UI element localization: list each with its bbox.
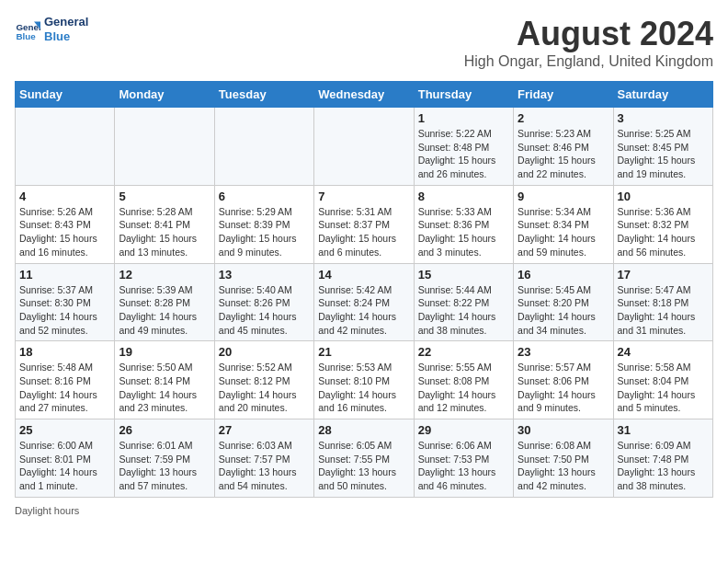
calendar-cell: 18Sunrise: 5:48 AM Sunset: 8:16 PM Dayli…	[16, 341, 115, 419]
day-number: 17	[618, 268, 709, 282]
day-number: 31	[618, 423, 709, 437]
day-number: 2	[518, 111, 609, 125]
calendar-cell	[314, 108, 414, 186]
day-number: 8	[418, 190, 509, 203]
day-info: Sunrise: 5:26 AM Sunset: 8:43 PM Dayligh…	[19, 205, 110, 259]
day-info: Sunrise: 5:48 AM Sunset: 8:16 PM Dayligh…	[19, 361, 110, 415]
day-number: 29	[418, 423, 509, 437]
day-number: 12	[119, 268, 210, 282]
day-info: Sunrise: 5:39 AM Sunset: 8:28 PM Dayligh…	[119, 283, 210, 338]
day-info: Sunrise: 5:50 AM Sunset: 8:14 PM Dayligh…	[119, 361, 210, 415]
calendar-cell: 2Sunrise: 5:23 AM Sunset: 8:46 PM Daylig…	[514, 108, 613, 186]
day-number: 23	[518, 345, 609, 359]
calendar-cell: 13Sunrise: 5:40 AM Sunset: 8:26 PM Dayli…	[214, 263, 313, 341]
calendar-cell: 5Sunrise: 5:28 AM Sunset: 8:41 PM Daylig…	[115, 185, 214, 263]
calendar-cell: 16Sunrise: 5:45 AM Sunset: 8:20 PM Dayli…	[514, 263, 613, 341]
day-number: 28	[318, 423, 409, 437]
day-info: Sunrise: 5:58 AM Sunset: 8:04 PM Dayligh…	[618, 361, 709, 415]
calendar-cell: 22Sunrise: 5:55 AM Sunset: 8:08 PM Dayli…	[414, 341, 513, 419]
calendar-cell: 6Sunrise: 5:29 AM Sunset: 8:39 PM Daylig…	[214, 185, 313, 263]
svg-text:Blue: Blue	[16, 31, 36, 41]
calendar-cell: 20Sunrise: 5:52 AM Sunset: 8:12 PM Dayli…	[214, 341, 313, 419]
calendar-cell: 24Sunrise: 5:58 AM Sunset: 8:04 PM Dayli…	[613, 341, 712, 419]
day-number: 21	[318, 345, 409, 359]
daylight-label: Daylight hours	[15, 505, 79, 516]
week-row-3: 11Sunrise: 5:37 AM Sunset: 8:30 PM Dayli…	[16, 263, 713, 341]
header-row: SundayMondayTuesdayWednesdayThursdayFrid…	[16, 82, 713, 108]
day-info: Sunrise: 5:33 AM Sunset: 8:36 PM Dayligh…	[418, 205, 509, 259]
calendar-cell: 3Sunrise: 5:25 AM Sunset: 8:45 PM Daylig…	[613, 108, 712, 186]
logo-icon: General Blue	[15, 17, 40, 42]
day-info: Sunrise: 5:45 AM Sunset: 8:20 PM Dayligh…	[518, 283, 609, 338]
day-number: 13	[219, 268, 310, 282]
day-info: Sunrise: 5:23 AM Sunset: 8:46 PM Dayligh…	[518, 127, 609, 181]
day-info: Sunrise: 5:28 AM Sunset: 8:41 PM Dayligh…	[119, 205, 210, 259]
calendar-cell: 17Sunrise: 5:47 AM Sunset: 8:18 PM Dayli…	[613, 263, 712, 341]
calendar-cell: 29Sunrise: 6:06 AM Sunset: 7:53 PM Dayli…	[414, 419, 513, 498]
day-info: Sunrise: 6:05 AM Sunset: 7:55 PM Dayligh…	[318, 439, 409, 493]
day-info: Sunrise: 6:08 AM Sunset: 7:50 PM Dayligh…	[518, 439, 609, 493]
day-info: Sunrise: 5:57 AM Sunset: 8:06 PM Dayligh…	[518, 361, 609, 415]
day-number: 5	[119, 190, 210, 203]
column-header-thursday: Thursday	[414, 82, 513, 108]
day-number: 26	[119, 423, 210, 437]
calendar-cell	[16, 108, 115, 186]
day-number: 1	[418, 111, 509, 125]
day-info: Sunrise: 5:53 AM Sunset: 8:10 PM Dayligh…	[318, 361, 409, 415]
calendar-cell: 31Sunrise: 6:09 AM Sunset: 7:48 PM Dayli…	[613, 419, 712, 498]
day-info: Sunrise: 5:42 AM Sunset: 8:24 PM Dayligh…	[318, 283, 409, 338]
day-number: 18	[19, 345, 110, 359]
day-number: 24	[618, 345, 709, 359]
calendar-cell: 10Sunrise: 5:36 AM Sunset: 8:32 PM Dayli…	[613, 185, 712, 263]
day-number: 14	[318, 268, 409, 282]
calendar-cell: 23Sunrise: 5:57 AM Sunset: 8:06 PM Dayli…	[514, 341, 613, 419]
column-header-tuesday: Tuesday	[214, 82, 313, 108]
day-info: Sunrise: 6:01 AM Sunset: 7:59 PM Dayligh…	[119, 439, 210, 493]
day-number: 10	[618, 190, 709, 203]
day-number: 7	[318, 190, 409, 203]
day-info: Sunrise: 5:34 AM Sunset: 8:34 PM Dayligh…	[518, 205, 609, 259]
day-info: Sunrise: 5:47 AM Sunset: 8:18 PM Dayligh…	[618, 283, 709, 338]
main-title: August 2024	[464, 15, 713, 53]
calendar-cell: 30Sunrise: 6:08 AM Sunset: 7:50 PM Dayli…	[514, 419, 613, 498]
week-row-2: 4Sunrise: 5:26 AM Sunset: 8:43 PM Daylig…	[16, 185, 713, 263]
column-header-friday: Friday	[514, 82, 613, 108]
calendar-cell: 11Sunrise: 5:37 AM Sunset: 8:30 PM Dayli…	[16, 263, 115, 341]
page-header: General Blue General Blue August 2024 Hi…	[15, 15, 713, 70]
day-number: 27	[219, 423, 310, 437]
calendar-cell: 15Sunrise: 5:44 AM Sunset: 8:22 PM Dayli…	[414, 263, 513, 341]
day-number: 4	[19, 190, 110, 203]
calendar-cell	[214, 108, 313, 186]
day-info: Sunrise: 5:29 AM Sunset: 8:39 PM Dayligh…	[219, 205, 310, 259]
calendar-cell: 25Sunrise: 6:00 AM Sunset: 8:01 PM Dayli…	[16, 419, 115, 498]
day-number: 16	[518, 268, 609, 282]
day-info: Sunrise: 5:52 AM Sunset: 8:12 PM Dayligh…	[219, 361, 310, 415]
day-number: 30	[518, 423, 609, 437]
calendar-cell: 21Sunrise: 5:53 AM Sunset: 8:10 PM Dayli…	[314, 341, 414, 419]
day-number: 15	[418, 268, 509, 282]
day-info: Sunrise: 5:31 AM Sunset: 8:37 PM Dayligh…	[318, 205, 409, 259]
day-info: Sunrise: 5:25 AM Sunset: 8:45 PM Dayligh…	[618, 127, 709, 181]
calendar-cell: 4Sunrise: 5:26 AM Sunset: 8:43 PM Daylig…	[16, 185, 115, 263]
column-header-saturday: Saturday	[613, 82, 712, 108]
calendar-cell	[115, 108, 214, 186]
day-number: 20	[219, 345, 310, 359]
day-info: Sunrise: 5:40 AM Sunset: 8:26 PM Dayligh…	[219, 283, 310, 338]
day-info: Sunrise: 6:09 AM Sunset: 7:48 PM Dayligh…	[618, 439, 709, 493]
logo-blue: Blue	[44, 29, 88, 44]
calendar-cell: 12Sunrise: 5:39 AM Sunset: 8:28 PM Dayli…	[115, 263, 214, 341]
column-header-wednesday: Wednesday	[314, 82, 414, 108]
day-info: Sunrise: 5:36 AM Sunset: 8:32 PM Dayligh…	[618, 205, 709, 259]
day-info: Sunrise: 6:00 AM Sunset: 8:01 PM Dayligh…	[19, 439, 110, 493]
day-number: 25	[19, 423, 110, 437]
calendar-cell: 19Sunrise: 5:50 AM Sunset: 8:14 PM Dayli…	[115, 341, 214, 419]
day-info: Sunrise: 5:22 AM Sunset: 8:48 PM Dayligh…	[418, 127, 509, 181]
week-row-1: 1Sunrise: 5:22 AM Sunset: 8:48 PM Daylig…	[16, 108, 713, 186]
week-row-5: 25Sunrise: 6:00 AM Sunset: 8:01 PM Dayli…	[16, 419, 713, 498]
day-number: 22	[418, 345, 509, 359]
day-number: 19	[119, 345, 210, 359]
day-info: Sunrise: 6:03 AM Sunset: 7:57 PM Dayligh…	[219, 439, 310, 493]
calendar-cell: 7Sunrise: 5:31 AM Sunset: 8:37 PM Daylig…	[314, 185, 414, 263]
footer: Daylight hours	[15, 505, 713, 516]
day-info: Sunrise: 5:44 AM Sunset: 8:22 PM Dayligh…	[418, 283, 509, 338]
